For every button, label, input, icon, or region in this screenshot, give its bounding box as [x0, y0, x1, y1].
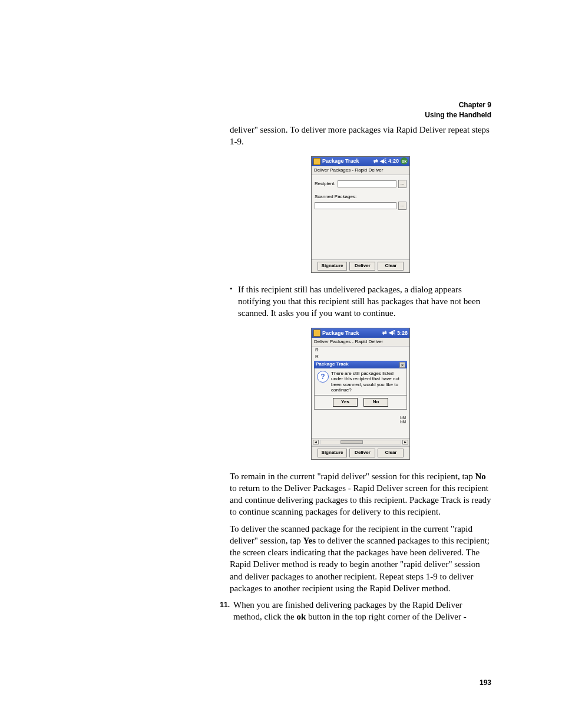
deliver-button[interactable]: Deliver [349, 262, 375, 271]
scroll-right-button[interactable]: ► [402, 440, 408, 444]
clear-button[interactable]: Clear [378, 262, 404, 271]
app-icon [313, 158, 320, 165]
pda2-subtitle: Deliver Packages - Rapid Deliver [312, 338, 409, 347]
pda1-subtitle: Deliver Packages - Rapid Deliver [312, 166, 409, 176]
side-mark-1: bM [400, 416, 406, 420]
bullet-item: • If this recipient still has undelivere… [230, 284, 491, 319]
pda2-bottom-bar: Signature Deliver Clear [312, 446, 409, 459]
pda2-spacer: bM bM [314, 412, 407, 438]
dialog-button-row: Yes No [314, 396, 407, 410]
scanned-row: ... [315, 202, 406, 210]
dialog-message: There are still packages listed under th… [331, 371, 404, 393]
step-number: 11. [212, 599, 233, 610]
para2-a: To remain in the current "rapid deliver"… [230, 472, 475, 481]
figure-2: Package Track ⇄ ◀ξ 3:28 Deliver Packages… [230, 328, 491, 460]
side-mark-2: bM [400, 420, 406, 424]
recipient-input[interactable] [338, 180, 396, 187]
step-11: 11. When you are finished delivering pac… [212, 599, 491, 623]
bg-label-r1: R [314, 347, 407, 353]
deliver-button[interactable]: Deliver [349, 449, 375, 457]
dialog-title: Package Track [316, 361, 349, 368]
figure-1: Package Track ⇄ ◀ξ 4:20 ok Deliver Packa… [230, 156, 491, 273]
para2-no: No [475, 472, 485, 481]
pda1-time: 4:20 [388, 157, 399, 164]
para2-b: to return to the Deliver Packages - Rapi… [230, 483, 491, 517]
pda2-titlebar: Package Track ⇄ ◀ξ 3:28 [312, 328, 409, 338]
pda1-empty-area [315, 212, 406, 258]
pda2-body: R R Package Track × ? There are still pa… [312, 347, 409, 437]
ok-button[interactable]: ok [401, 157, 408, 164]
confirm-dialog: Package Track × ? There are still packag… [314, 361, 407, 409]
pda2-title-right: ⇄ ◀ξ 3:28 [382, 330, 408, 337]
pda2-scrollbar[interactable]: ◄ ► [312, 438, 409, 446]
step11-ok: ok [296, 612, 306, 621]
side-marks: bM bM [400, 416, 406, 424]
signature-button[interactable]: Signature [318, 449, 348, 457]
page-header: Chapter 9 Using the Handheld [425, 100, 491, 120]
pda-window-2: Package Track ⇄ ◀ξ 3:28 Deliver Packages… [311, 328, 410, 460]
scanned-packages-label: Scanned Packages: [315, 194, 406, 200]
page-number: 193 [480, 678, 491, 687]
recipient-ellipsis-button[interactable]: ... [398, 180, 406, 188]
pda1-title: Package Track [322, 157, 373, 164]
close-icon[interactable]: × [399, 362, 405, 368]
intro-paragraph: deliver" session. To deliver more packag… [230, 124, 491, 148]
pda1-body: Recipient: ... Scanned Packages: ... [312, 175, 409, 259]
dialog-titlebar: Package Track × [314, 361, 407, 368]
scanned-input[interactable] [315, 202, 396, 209]
dialog-yes-button[interactable]: Yes [333, 398, 358, 407]
paragraph-deliver: To deliver the scanned package for the r… [230, 523, 491, 595]
question-icon: ? [317, 371, 329, 383]
scroll-track[interactable] [320, 440, 401, 444]
chapter-label: Chapter 9 [425, 100, 491, 110]
volume-icon: ◀ξ [389, 330, 395, 335]
pda2-title: Package Track [322, 330, 382, 337]
clear-button[interactable]: Clear [378, 449, 404, 457]
sync-icon: ⇄ [373, 159, 378, 164]
pda1-bottom-bar: Signature Deliver Clear [312, 259, 409, 272]
chapter-title: Using the Handheld [425, 110, 491, 120]
step-text: When you are finished delivering package… [233, 599, 491, 623]
step11-b: button in the top right corner of the De… [306, 612, 466, 621]
signature-button[interactable]: Signature [318, 262, 348, 271]
sync-icon: ⇄ [382, 330, 387, 335]
page: Chapter 9 Using the Handheld deliver" se… [0, 0, 562, 728]
bg-label-r2: R [314, 353, 407, 360]
dialog-body: ? There are still packages listed under … [314, 368, 407, 396]
scroll-left-button[interactable]: ◄ [313, 440, 319, 444]
pda2-time: 3:28 [397, 330, 408, 337]
para3-yes: Yes [303, 536, 316, 545]
paragraph-remain: To remain in the current "rapid deliver"… [230, 470, 491, 518]
bullet-text: If this recipient still has undelivered … [238, 284, 491, 319]
app-icon [313, 330, 320, 337]
scanned-ellipsis-button[interactable]: ... [398, 202, 406, 210]
bullet-mark: • [230, 284, 238, 294]
scroll-thumb[interactable] [340, 440, 363, 444]
pda1-title-right: ⇄ ◀ξ 4:20 ok [373, 157, 408, 164]
volume-icon: ◀ξ [380, 159, 386, 164]
pda-window-1: Package Track ⇄ ◀ξ 4:20 ok Deliver Packa… [311, 156, 410, 273]
pda1-titlebar: Package Track ⇄ ◀ξ 4:20 ok [312, 157, 409, 166]
body-content: deliver" session. To deliver more packag… [230, 124, 491, 623]
recipient-row: Recipient: ... [315, 180, 406, 188]
recipient-label: Recipient: [315, 181, 336, 187]
dialog-no-button[interactable]: No [363, 398, 388, 407]
